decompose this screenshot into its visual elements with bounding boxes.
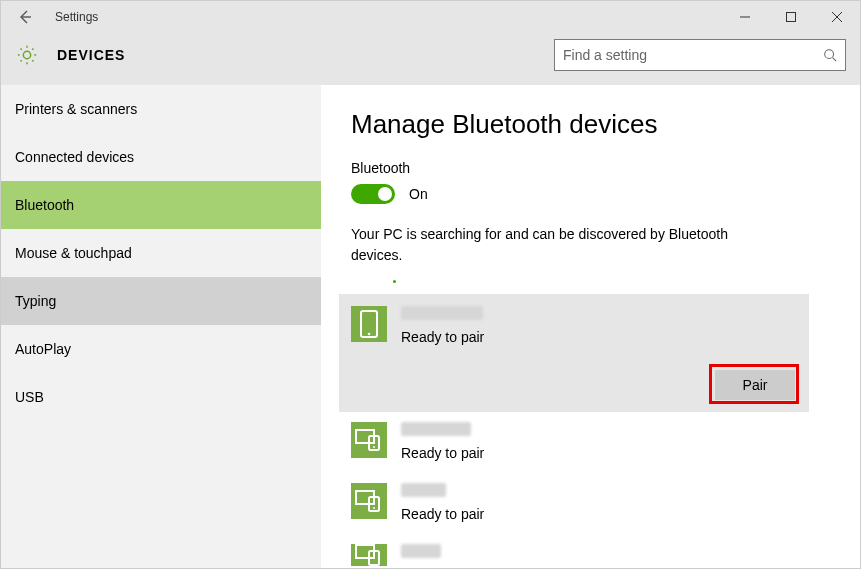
device-multi-icon <box>351 544 387 566</box>
device-multi-icon <box>351 422 387 458</box>
page-category: DEVICES <box>57 47 554 63</box>
sidebar-item-label: Bluetooth <box>15 197 74 213</box>
back-button[interactable] <box>9 1 41 33</box>
device-multi-icon <box>351 483 387 519</box>
pair-button[interactable]: Pair <box>715 370 795 400</box>
device-item[interactable]: Ready to pair <box>339 473 809 534</box>
sidebar-item-mouse-touchpad[interactable]: Mouse & touchpad <box>1 229 321 277</box>
device-name-redacted <box>401 422 471 436</box>
sidebar-item-label: AutoPlay <box>15 341 71 357</box>
bluetooth-toggle-state: On <box>409 186 428 202</box>
search-input[interactable]: Find a setting <box>554 39 846 71</box>
sidebar-item-label: Mouse & touchpad <box>15 245 132 261</box>
content-pane: Manage Bluetooth devices Bluetooth On Yo… <box>321 85 860 569</box>
device-item[interactable]: Ready to pair <box>339 412 809 473</box>
device-status: Ready to pair <box>401 329 484 345</box>
bluetooth-toggle[interactable] <box>351 184 395 204</box>
sidebar-item-label: Typing <box>15 293 56 309</box>
window-title: Settings <box>55 10 722 24</box>
sidebar-item-label: Printers & scanners <box>15 101 137 117</box>
page-heading: Manage Bluetooth devices <box>351 109 860 140</box>
maximize-icon <box>786 12 796 22</box>
svg-point-4 <box>368 333 371 336</box>
window-controls <box>722 1 860 33</box>
device-item[interactable] <box>339 534 809 566</box>
device-status: Ready to pair <box>401 506 484 522</box>
svg-point-7 <box>373 446 375 448</box>
sidebar-item-connected-devices[interactable]: Connected devices <box>1 133 321 181</box>
minimize-icon <box>740 12 750 22</box>
search-placeholder: Find a setting <box>563 47 823 63</box>
searching-indicator <box>393 270 860 276</box>
device-name-redacted <box>401 306 483 320</box>
device-item[interactable]: Ready to pair Pair <box>339 294 809 412</box>
sidebar-item-bluetooth[interactable]: Bluetooth <box>1 181 321 229</box>
device-status: Ready to pair <box>401 445 484 461</box>
svg-rect-0 <box>787 13 796 22</box>
device-list: Ready to pair Pair Ready to pair <box>339 294 809 566</box>
device-name-redacted <box>401 544 441 558</box>
device-name-redacted <box>401 483 446 497</box>
gear-icon <box>15 43 39 67</box>
svg-point-1 <box>825 50 834 59</box>
sidebar-item-printers-scanners[interactable]: Printers & scanners <box>1 85 321 133</box>
sidebar-item-typing[interactable]: Typing <box>1 277 321 325</box>
sidebar-item-label: USB <box>15 389 44 405</box>
close-icon <box>832 12 842 22</box>
device-phone-icon <box>351 306 387 342</box>
maximize-button[interactable] <box>768 1 814 33</box>
titlebar: Settings <box>1 1 860 33</box>
sidebar-item-usb[interactable]: USB <box>1 373 321 421</box>
page-header: DEVICES Find a setting <box>1 33 860 85</box>
bluetooth-toggle-label: Bluetooth <box>351 160 860 176</box>
bluetooth-status-text: Your PC is searching for and can be disc… <box>351 224 761 266</box>
minimize-button[interactable] <box>722 1 768 33</box>
sidebar-item-autoplay[interactable]: AutoPlay <box>1 325 321 373</box>
sidebar: Printers & scanners Connected devices Bl… <box>1 85 321 569</box>
search-icon <box>823 48 837 62</box>
sidebar-item-label: Connected devices <box>15 149 134 165</box>
arrow-left-icon <box>17 9 33 25</box>
svg-point-10 <box>373 507 375 509</box>
close-button[interactable] <box>814 1 860 33</box>
